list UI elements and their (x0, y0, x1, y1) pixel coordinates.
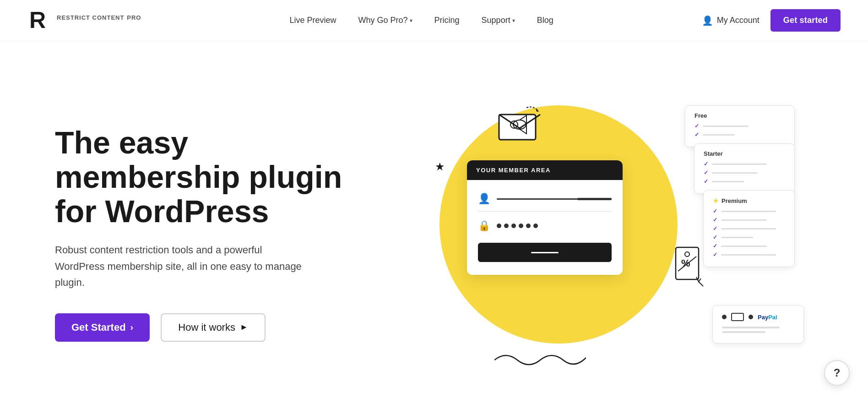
chevron-down-icon: ▾ (410, 17, 412, 24)
username-field: 👤 (478, 193, 612, 212)
username-line (497, 198, 612, 200)
help-button[interactable]: ? (824, 360, 850, 386)
svg-point-2 (37, 15, 42, 19)
user-field-icon: 👤 (478, 193, 490, 205)
my-account-link[interactable]: 👤 My Account (702, 15, 760, 26)
payment-dot-icon (749, 315, 753, 319)
nav-blog[interactable]: Blog (537, 16, 553, 25)
hero-buttons: Get Started › How it works ► (55, 313, 375, 342)
payment-logos: PayPal (722, 313, 794, 321)
nav-support[interactable]: Support ▾ (482, 16, 515, 25)
arrow-right-icon: ► (240, 322, 248, 332)
hero-subtitle: Robust content restriction tools and a p… (55, 242, 311, 290)
lock-field-icon: 🔒 (478, 220, 490, 232)
hero-content: The easy membership plugin for WordPress… (55, 126, 375, 342)
chevron-down-icon: ▾ (512, 17, 515, 24)
nav-why-go-pro[interactable]: Why Go Pro? ▾ (358, 16, 412, 25)
brand-name: restrict content PRO (57, 14, 141, 26)
star-icon: ★ (435, 160, 445, 173)
discount-tag: % (671, 243, 708, 290)
pricing-card-free: Free ✓ ✓ (685, 105, 795, 147)
pricing-cards-group: Free ✓ ✓ Starter ✓ ✓ (685, 105, 795, 263)
hero-title: The easy membership plugin for WordPress (55, 126, 348, 228)
envelope-illustration (494, 105, 545, 148)
credit-card-icon (731, 313, 744, 321)
paypal-label: PayPal (758, 314, 777, 321)
header-actions: 👤 My Account Get started (702, 9, 841, 32)
hero-section: The easy membership plugin for WordPress… (0, 41, 868, 404)
hero-how-it-works-button[interactable]: How it works ► (161, 313, 266, 342)
arrow-right-icon: › (130, 322, 134, 333)
envelope-svg (494, 105, 545, 147)
hero-illustration: ★ ★ YOUR MEMBER AREA 👤 (403, 69, 822, 399)
squiggle-decoration (494, 346, 586, 371)
hero-get-started-button[interactable]: Get Started › (55, 313, 150, 342)
payment-dot-icon (722, 315, 727, 319)
nav-pricing[interactable]: Pricing (434, 16, 460, 25)
header-get-started-button[interactable]: Get started (770, 9, 841, 32)
login-button-mock (478, 243, 612, 262)
pricing-card-premium: ★ Premium ✓ ✓ ✓ ✓ (703, 190, 795, 267)
payment-line (722, 331, 765, 333)
nav-live-preview[interactable]: Live Preview (289, 16, 336, 25)
password-field: 🔒 (478, 220, 612, 232)
member-area-title: YOUR MEMBER AREA (467, 160, 623, 180)
payment-line (722, 327, 780, 328)
member-area-card: YOUR MEMBER AREA 👤 🔒 (467, 160, 623, 275)
svg-text:R: R (29, 9, 46, 33)
password-dots (497, 224, 538, 228)
payment-card: PayPal (712, 305, 804, 344)
logo-icon: R (27, 9, 51, 33)
logo[interactable]: R restrict content PRO (27, 9, 141, 33)
user-icon: 👤 (702, 15, 713, 26)
star-icon: ★ (713, 197, 719, 204)
pricing-card-starter: Starter ✓ ✓ ✓ (694, 143, 795, 194)
main-nav: Live Preview Why Go Pro? ▾ Pricing Suppo… (289, 16, 553, 25)
member-area-form: 👤 🔒 (467, 180, 623, 275)
